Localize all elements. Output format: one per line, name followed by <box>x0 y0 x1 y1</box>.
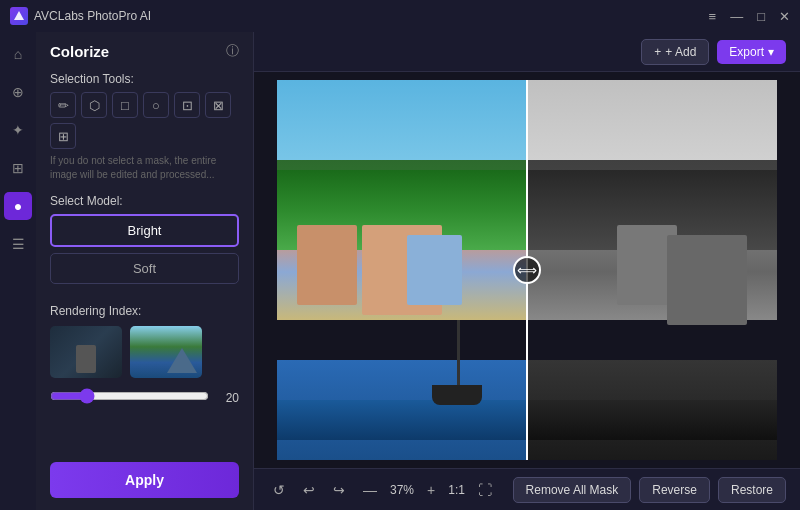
main-layout: ⌂ ⊕ ✦ ⊞ ● ☰ Colorize ⓘ Selection Tools: … <box>0 32 800 510</box>
grid-tool[interactable]: ⊞ <box>50 123 76 149</box>
building3-color <box>407 235 462 305</box>
restore-btn[interactable]: Restore <box>718 477 786 503</box>
selection-tools-row: ✏ ⬡ □ ○ ⊡ ⊠ ⊞ <box>50 92 239 149</box>
left-panel: Colorize ⓘ Selection Tools: ✏ ⬡ □ ○ ⊡ ⊠ … <box>36 32 254 510</box>
selection-info-text: If you do not select a mask, the entire … <box>50 154 239 182</box>
export-label: Export <box>729 45 764 59</box>
sidebar-home[interactable]: ⌂ <box>4 40 32 68</box>
sidebar-effects[interactable]: ✦ <box>4 116 32 144</box>
maximize-btn[interactable]: □ <box>757 10 765 23</box>
sidebar-colorize[interactable]: ● <box>4 192 32 220</box>
panel-title: Colorize <box>50 43 109 60</box>
sidebar-grid[interactable]: ⊞ <box>4 154 32 182</box>
rect-tool[interactable]: □ <box>112 92 138 118</box>
export-button[interactable]: Export ▾ <box>717 40 786 64</box>
color-thumb <box>130 326 202 378</box>
zoom-out-btn[interactable]: — <box>358 479 382 501</box>
photo-scene: ⟺ <box>277 80 777 460</box>
smart-ellipse-tool[interactable]: ⊠ <box>205 92 231 118</box>
titlebar-controls[interactable]: ≡ — □ ✕ <box>709 10 790 23</box>
building1-color <box>297 225 357 305</box>
panel-header: Colorize ⓘ <box>36 32 253 66</box>
info-icon[interactable]: ⓘ <box>226 42 239 60</box>
bright-model-btn[interactable]: Bright <box>50 214 239 247</box>
add-button[interactable]: + + Add <box>641 39 709 65</box>
mountain-shape <box>167 348 197 373</box>
soft-model-btn[interactable]: Soft <box>50 253 239 284</box>
svg-marker-0 <box>14 11 24 20</box>
ellipse-tool[interactable]: ○ <box>143 92 169 118</box>
minimize-btn[interactable]: — <box>730 10 743 23</box>
app-logo <box>10 7 28 25</box>
split-handle[interactable]: ⟺ <box>513 256 541 284</box>
figure-silhouette <box>76 345 96 373</box>
rotate-btn[interactable]: ↺ <box>268 479 290 501</box>
select-model-label: Select Model: <box>50 194 239 208</box>
zoom-controls: ↺ ↩ ↪ — 37% + 1:1 ⛶ <box>268 479 497 501</box>
redo-btn[interactable]: ↪ <box>328 479 350 501</box>
menu-btn[interactable]: ≡ <box>709 10 717 23</box>
sidebar-add[interactable]: ⊕ <box>4 78 32 106</box>
icon-sidebar: ⌂ ⊕ ✦ ⊞ ● ☰ <box>0 32 36 510</box>
apply-section: Apply <box>36 450 253 510</box>
zoom-in-btn[interactable]: + <box>422 479 440 501</box>
lasso-tool[interactable]: ⬡ <box>81 92 107 118</box>
rendering-section: Rendering Index: 20 <box>36 296 253 416</box>
close-btn[interactable]: ✕ <box>779 10 790 23</box>
add-label: + Add <box>665 45 696 59</box>
smart-rect-tool[interactable]: ⊡ <box>174 92 200 118</box>
dark-thumb <box>50 326 122 378</box>
zoom-level: 37% <box>390 483 414 497</box>
fit-btn[interactable]: ⛶ <box>473 479 497 501</box>
top-toolbar: + + Add Export ▾ <box>254 32 800 72</box>
sidebar-settings[interactable]: ☰ <box>4 230 32 258</box>
app-title: AVCLabs PhotoPro AI <box>34 9 151 23</box>
slider-value: 20 <box>217 391 239 405</box>
selection-tools-label: Selection Tools: <box>50 72 239 86</box>
pen-tool[interactable]: ✏ <box>50 92 76 118</box>
selection-tools-section: Selection Tools: ✏ ⬡ □ ○ ⊡ ⊠ ⊞ If you do… <box>36 66 253 188</box>
thumb-container <box>50 326 239 378</box>
slider-container: 20 <box>50 388 239 408</box>
titlebar-left: AVCLabs PhotoPro AI <box>10 7 151 25</box>
remove-all-mask-btn[interactable]: Remove All Mask <box>513 477 632 503</box>
titlebar: AVCLabs PhotoPro AI ≡ — □ ✕ <box>0 0 800 32</box>
content-area: + + Add Export ▾ <box>254 32 800 510</box>
color-scene <box>130 326 202 378</box>
water-deep-color <box>277 400 527 440</box>
select-model-section: Select Model: Bright Soft <box>36 188 253 296</box>
boat-hull <box>432 385 482 405</box>
zoom-reset-btn[interactable]: 1:1 <box>448 483 465 497</box>
undo-btn[interactable]: ↩ <box>298 479 320 501</box>
split-arrows-icon: ⟺ <box>517 262 537 278</box>
rendering-label: Rendering Index: <box>50 304 239 318</box>
canvas-area[interactable]: ⟺ <box>254 72 800 468</box>
bottom-actions: Remove All Mask Reverse Restore <box>513 477 786 503</box>
water-deep-bw <box>527 400 777 440</box>
add-icon: + <box>654 45 661 59</box>
reverse-btn[interactable]: Reverse <box>639 477 710 503</box>
apply-button[interactable]: Apply <box>50 462 239 498</box>
bottom-bar: ↺ ↩ ↪ — 37% + 1:1 ⛶ Remove All Mask Reve… <box>254 468 800 510</box>
rendering-slider[interactable] <box>50 388 209 404</box>
building2-bw <box>667 235 747 325</box>
export-arrow: ▾ <box>768 45 774 59</box>
